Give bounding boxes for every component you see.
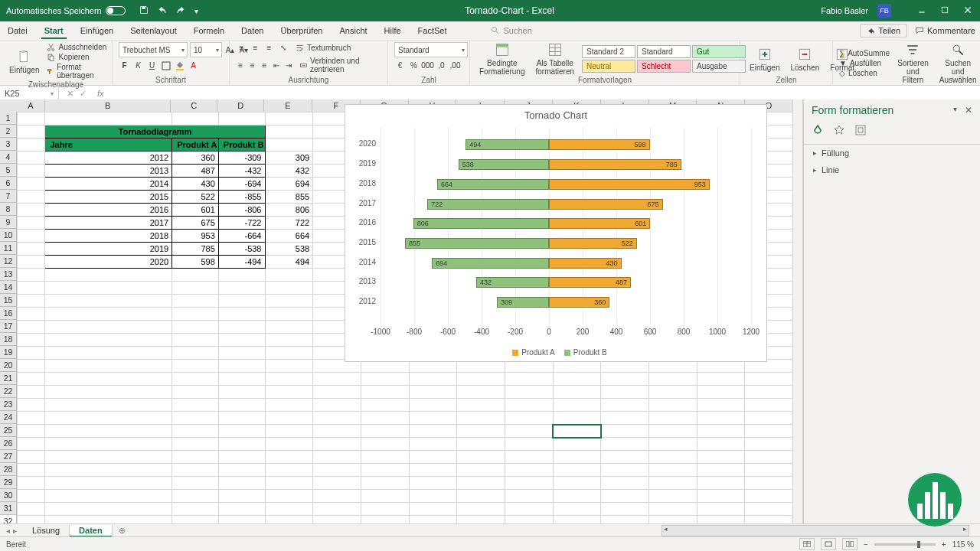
vertical-scrollbar[interactable] [792, 99, 802, 524]
cell[interactable] [172, 412, 219, 425]
cell[interactable] [697, 412, 745, 425]
cell[interactable] [313, 503, 361, 516]
row-header[interactable]: 8 [0, 203, 17, 216]
cell[interactable] [648, 425, 697, 438]
row-header[interactable]: 14 [0, 281, 17, 294]
cell[interactable]: 522 [172, 191, 219, 204]
cell[interactable] [218, 295, 265, 308]
cell[interactable] [18, 282, 45, 295]
row-header[interactable]: 31 [0, 502, 17, 515]
cell[interactable] [648, 503, 697, 516]
cancel-formula-icon[interactable]: ✕ [67, 89, 74, 99]
cell[interactable]: 785 [172, 243, 219, 256]
cell[interactable] [265, 425, 313, 438]
save-icon[interactable] [139, 5, 149, 16]
row-header[interactable]: 26 [0, 437, 17, 450]
chart-bar-produkt-b[interactable]: 722 [427, 199, 549, 210]
zoom-slider[interactable] [874, 543, 936, 546]
cell[interactable] [648, 477, 697, 490]
cell[interactable] [553, 386, 601, 399]
cell[interactable] [18, 321, 45, 334]
chart-bar-produkt-b[interactable]: 806 [413, 218, 549, 229]
column-header[interactable]: B [45, 99, 172, 112]
cell[interactable] [172, 477, 219, 490]
cell[interactable] [361, 503, 409, 516]
cell[interactable] [313, 438, 361, 451]
autosum-button[interactable]: ∑AutoSumme [839, 48, 890, 58]
size-properties-tab-icon[interactable] [854, 124, 867, 138]
cell[interactable] [361, 412, 409, 425]
cell[interactable]: 675 [172, 217, 219, 230]
cell[interactable] [18, 112, 45, 126]
cell[interactable]: 487 [172, 165, 219, 178]
tab-start[interactable]: Start [41, 23, 67, 39]
cell[interactable]: 430 [172, 178, 219, 191]
cell[interactable] [172, 425, 219, 438]
font-size-select[interactable]: 10 [190, 42, 222, 57]
cell[interactable] [18, 360, 45, 373]
tab-seitenlayout[interactable]: Seitenlayout [127, 23, 180, 39]
cell[interactable] [553, 451, 601, 464]
chart-bar-produkt-a[interactable]: 601 [549, 218, 650, 229]
row-header[interactable]: 5 [0, 164, 17, 177]
cell[interactable] [45, 321, 172, 334]
search-box[interactable]: Suchen [491, 26, 531, 35]
row-header[interactable]: 25 [0, 424, 17, 437]
cell[interactable] [553, 490, 601, 503]
cell[interactable] [745, 438, 793, 451]
currency-icon[interactable]: € [394, 60, 406, 71]
cell[interactable] [172, 464, 219, 477]
undo-icon[interactable] [158, 5, 167, 16]
cell[interactable] [745, 373, 793, 386]
pane-options-icon[interactable]: ▾ [953, 105, 957, 116]
cell[interactable]: -722 [218, 217, 265, 230]
thousands-icon[interactable]: 000 [422, 60, 433, 71]
cell[interactable]: 2019 [45, 243, 172, 256]
cell[interactable] [361, 477, 409, 490]
page-break-view-button[interactable] [842, 538, 858, 550]
cell[interactable] [218, 490, 265, 503]
sheet-tab-daten[interactable]: Daten [70, 525, 113, 537]
cell[interactable] [218, 425, 265, 438]
cell[interactable] [745, 425, 793, 438]
cell[interactable] [505, 386, 553, 399]
row-header[interactable]: 1 [0, 112, 17, 125]
zoom-level[interactable]: 115 % [952, 540, 974, 549]
cell[interactable] [697, 464, 745, 477]
cell[interactable] [457, 373, 505, 386]
cell[interactable] [45, 386, 172, 399]
cell[interactable] [601, 490, 649, 503]
spreadsheet-grid[interactable]: ABCDEFGHIJKLMNO 123456789101112131415161… [0, 99, 803, 524]
cell[interactable] [505, 399, 553, 412]
cell[interactable] [601, 373, 649, 386]
minimize-icon[interactable] [917, 5, 926, 16]
cell[interactable] [172, 386, 219, 399]
cell[interactable]: Tornadodiagramm [45, 126, 265, 139]
cell[interactable] [172, 321, 219, 334]
cell[interactable] [313, 373, 361, 386]
row-header[interactable]: 7 [0, 190, 17, 203]
tab-einfügen[interactable]: Einfügen [77, 23, 116, 39]
cell[interactable]: 432 [265, 165, 313, 178]
cell[interactable]: 2012 [45, 152, 172, 165]
sort-filter-button[interactable]: Sortieren und Filtern [894, 42, 932, 84]
cell[interactable] [18, 386, 45, 399]
chart-bar-produkt-b[interactable]: 432 [476, 277, 549, 288]
autosave-switch[interactable] [106, 6, 126, 15]
fill-button[interactable]: ▼Ausfüllen [839, 58, 890, 68]
tab-formeln[interactable]: Formeln [191, 23, 227, 39]
cell[interactable] [409, 425, 457, 438]
sheet-nav-prev-icon[interactable]: ◂ [6, 527, 10, 535]
cell[interactable] [218, 321, 265, 334]
cell[interactable] [265, 112, 313, 126]
cell[interactable] [18, 477, 45, 490]
cell[interactable]: -494 [218, 256, 265, 269]
sheet-tab-lösung[interactable]: Lösung [23, 525, 70, 537]
cell[interactable] [697, 477, 745, 490]
cell-style-option[interactable]: Standard 2 [582, 45, 635, 58]
cell[interactable] [265, 490, 313, 503]
cell[interactable] [361, 490, 409, 503]
horizontal-scrollbar[interactable] [662, 525, 969, 536]
cell[interactable]: 538 [265, 243, 313, 256]
cell[interactable] [18, 412, 45, 425]
